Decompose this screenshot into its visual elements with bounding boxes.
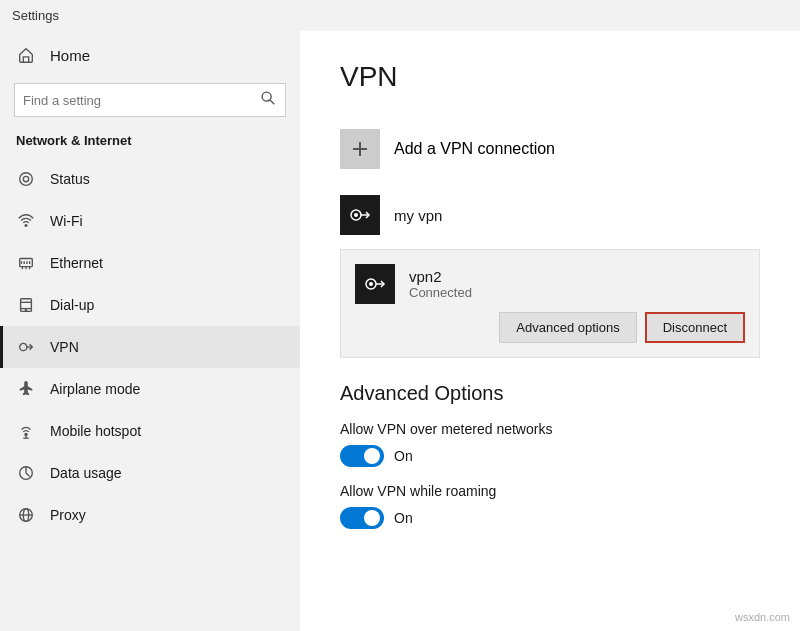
option-roaming: Allow VPN while roaming On	[340, 483, 760, 529]
sidebar-item-label: Mobile hotspot	[50, 423, 141, 439]
myvpn-info: my vpn	[394, 207, 442, 224]
datausage-icon	[16, 463, 36, 483]
sidebar-item-wifi[interactable]: Wi-Fi	[0, 200, 300, 242]
toggle-roaming[interactable]	[340, 507, 384, 529]
vpn-sidebar-icon	[16, 337, 36, 357]
svg-point-26	[354, 213, 358, 217]
search-input[interactable]	[23, 93, 253, 108]
vpn2-name: vpn2	[409, 268, 472, 285]
add-vpn-label: Add a VPN connection	[394, 140, 555, 158]
vpn2-status: Connected	[409, 285, 472, 300]
svg-point-18	[25, 434, 27, 436]
myvpn-icon	[340, 195, 380, 235]
sidebar-item-hotspot[interactable]: Mobile hotspot	[0, 410, 300, 452]
sidebar-item-label: Proxy	[50, 507, 86, 523]
search-icon	[259, 89, 277, 111]
vpn2-info: vpn2 Connected	[409, 268, 472, 300]
sidebar-item-airplane[interactable]: Airplane mode	[0, 368, 300, 410]
sidebar-item-label: Data usage	[50, 465, 122, 481]
dialup-icon	[16, 295, 36, 315]
vpn2-expanded: vpn2 Connected Advanced options Disconne…	[340, 249, 760, 358]
section-title: Network & Internet	[0, 129, 300, 158]
home-icon	[16, 45, 36, 65]
add-icon	[340, 129, 380, 169]
sidebar-item-label: Dial-up	[50, 297, 94, 313]
wifi-icon	[16, 211, 36, 231]
toggle-roaming-label: On	[394, 510, 413, 526]
svg-point-0	[262, 92, 271, 101]
sidebar-item-label: Wi-Fi	[50, 213, 83, 229]
vpn-item-myvpn[interactable]: my vpn	[340, 181, 760, 249]
airplane-icon	[16, 379, 36, 399]
toggle-roaming-row: On	[340, 507, 760, 529]
home-label: Home	[50, 47, 90, 64]
toggle-metered-label: On	[394, 448, 413, 464]
option-roaming-label: Allow VPN while roaming	[340, 483, 760, 499]
search-box[interactable]	[14, 83, 286, 117]
sidebar-item-label: Status	[50, 171, 90, 187]
title-bar-label: Settings	[12, 8, 59, 23]
svg-point-17	[20, 343, 27, 350]
title-bar: Settings	[0, 0, 800, 31]
svg-point-4	[25, 225, 27, 227]
page-title: VPN	[340, 61, 760, 93]
sidebar-item-label: Airplane mode	[50, 381, 140, 397]
sidebar-item-vpn[interactable]: VPN	[0, 326, 300, 368]
vpn2-icon	[355, 264, 395, 304]
sidebar-item-datausage[interactable]: Data usage	[0, 452, 300, 494]
advanced-options-title: Advanced Options	[340, 382, 760, 405]
sidebar-item-label: Ethernet	[50, 255, 103, 271]
sidebar-home[interactable]: Home	[0, 31, 300, 79]
vpn2-actions: Advanced options Disconnect	[341, 312, 759, 343]
sidebar-item-label: VPN	[50, 339, 79, 355]
hotspot-icon	[16, 421, 36, 441]
sidebar: Home Network & Internet Status	[0, 31, 300, 631]
svg-point-3	[23, 176, 28, 181]
myvpn-name: my vpn	[394, 207, 442, 224]
proxy-icon	[16, 505, 36, 525]
sidebar-item-proxy[interactable]: Proxy	[0, 494, 300, 536]
disconnect-button[interactable]: Disconnect	[645, 312, 745, 343]
watermark: wsxdn.com	[735, 611, 790, 623]
sidebar-item-status[interactable]: Status	[0, 158, 300, 200]
option-metered-label: Allow VPN over metered networks	[340, 421, 760, 437]
advanced-options-button[interactable]: Advanced options	[499, 312, 636, 343]
svg-point-2	[20, 173, 33, 186]
ethernet-icon	[16, 253, 36, 273]
status-icon	[16, 169, 36, 189]
sidebar-item-dialup[interactable]: Dial-up	[0, 284, 300, 326]
sidebar-item-ethernet[interactable]: Ethernet	[0, 242, 300, 284]
add-vpn-row[interactable]: Add a VPN connection	[340, 117, 760, 181]
toggle-metered[interactable]	[340, 445, 384, 467]
svg-point-16	[25, 310, 26, 311]
svg-point-28	[369, 282, 373, 286]
vpn-item-vpn2[interactable]: vpn2 Connected	[341, 250, 759, 312]
option-metered-networks: Allow VPN over metered networks On	[340, 421, 760, 467]
content-area: VPN Add a VPN connection	[300, 31, 800, 631]
svg-line-1	[270, 100, 274, 104]
toggle-metered-row: On	[340, 445, 760, 467]
main-layout: Home Network & Internet Status	[0, 31, 800, 631]
